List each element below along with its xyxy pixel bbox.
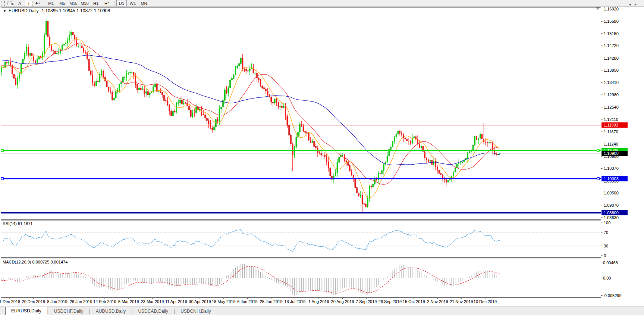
macd-tick-label: -0.005299 (603, 293, 622, 298)
price-tick-label: 1.15150 (604, 31, 619, 36)
rsi-tick-label: 30 (604, 244, 608, 248)
price-tick-label: 1.09070 (604, 203, 619, 208)
price-tick-label: 1.11240 (604, 142, 618, 146)
macd-tick-label: 0.00 (603, 276, 611, 280)
macd-indicator-label: MACD(12,26,9) 0.000725 0.001474 (3, 260, 67, 264)
price-badge-1.10908: 1.10908 (601, 151, 628, 156)
date-tick-label: 20 Aug 2019 (331, 299, 354, 304)
price-tick-label: 1.14280 (604, 56, 619, 60)
macd-tick-label: 0.00463 (603, 261, 618, 265)
price-tick-label: 1.11670 (604, 130, 618, 134)
hline-handle-right-1.11009[interactable] (597, 149, 599, 152)
quote-dropdown-icon[interactable]: ▼ (3, 9, 6, 13)
price-tick-label: 1.14720 (604, 43, 619, 48)
date-tick-label: 25 Jun 2019 (260, 299, 283, 304)
rsi-tick-label: 0 (604, 253, 606, 258)
rsi-tick-label: 100 (604, 221, 610, 225)
chart-tab-audusd[interactable]: AUDUSD,Daily (90, 308, 132, 315)
date-tick-label: 1 Dec 2018 (0, 299, 20, 304)
price-badge-1.10008: 1.10008 (601, 176, 628, 181)
chart-tab-bar: EURUSD,Daily|USDCHF,Daily|AUDUSD,Daily|U… (0, 306, 644, 315)
price-tick-label: 1.12980 (604, 93, 619, 97)
date-tick-label: 26 Sep 2019 (378, 299, 402, 304)
date-tick-label: 21 Nov 2019 (450, 299, 473, 304)
chart-tab-eurusd[interactable]: EURUSD,Daily (5, 307, 47, 315)
date-tick-label: 18 May 2019 (212, 299, 236, 304)
date-tick-label: 15 Oct 2019 (403, 299, 425, 304)
date-tick-label: 6 Jun 2019 (237, 299, 257, 304)
symbol-period-title: EURUSD,Daily (9, 8, 39, 13)
ohlc-values: 1.10895 1.10945 1.10872 1.10908 (42, 8, 110, 13)
price-tick-label: 1.15580 (604, 19, 619, 24)
date-tick-label: 10 Dec 2019 (474, 299, 497, 304)
date-tick-label: 30 Apr 2019 (189, 299, 211, 304)
time-axis[interactable]: 1 Dec 201820 Dec 20188 Jan 201926 Jan 20… (0, 298, 644, 306)
price-tick-label: 1.16020 (604, 7, 619, 11)
price-tick-label: 1.08630 (604, 215, 619, 220)
chart-tab-usdcnh[interactable]: USDCNH,Daily (175, 308, 216, 315)
price-tick-label: 1.13850 (604, 68, 619, 72)
price-tick-label: 1.09500 (604, 191, 619, 195)
chart-canvas[interactable]: 1.160201.155801.151501.147201.142801.138… (0, 0, 644, 315)
price-badge-1.11903: 1.11903 (601, 122, 628, 128)
date-tick-label: 23 Mar 2019 (141, 299, 164, 304)
date-tick-label: 14 Feb 2019 (93, 299, 116, 304)
date-tick-label: 7 Sep 2019 (356, 299, 377, 304)
rsi-tick-label: 70 (604, 230, 608, 235)
mt4-window: F A T ◆ ▾ M1M5M15M30H1H4D1W1MN ▼ EURUSD,… (0, 0, 644, 315)
date-tick-label: 8 Jan 2019 (47, 299, 67, 304)
date-tick-label: 2 Nov 2019 (427, 299, 448, 304)
price-tick-label: 1.13410 (604, 80, 619, 85)
hline-handle-right-1.10008[interactable] (597, 178, 599, 180)
chart-tab-usdchf[interactable]: USDCHF,Daily (48, 308, 89, 315)
main-chart-frame (1, 7, 601, 220)
date-tick-label: 11 Apr 2019 (165, 299, 187, 304)
date-tick-label: 5 Mar 2019 (118, 299, 139, 304)
date-tick-label: 13 Jul 2019 (285, 299, 306, 304)
date-tick-label: 20 Dec 2018 (22, 299, 45, 304)
chart-shift-marker[interactable] (596, 7, 600, 10)
rsi-panel-frame (1, 221, 601, 258)
hline-handle-left-1.10008[interactable] (1, 178, 3, 180)
price-tick-label: 1.10370 (604, 166, 619, 171)
date-tick-label: 26 Jan 2019 (70, 299, 92, 304)
price-badge-1.08800: 1.08800 (601, 210, 628, 215)
hline-handle-left-1.11009[interactable] (1, 149, 3, 152)
rsi-indicator-label: RSI(14) 51.1871 (3, 221, 33, 226)
price-tick-label: 1.12540 (604, 105, 619, 109)
chart-tab-usdcad[interactable]: USDCAD,Daily (132, 308, 174, 315)
date-tick-label: 1 Aug 2019 (308, 299, 329, 304)
chart-header: ▼ EURUSD,Daily 1.10895 1.10945 1.10872 1… (3, 8, 110, 13)
price-tick-label: 1.12110 (604, 117, 618, 122)
